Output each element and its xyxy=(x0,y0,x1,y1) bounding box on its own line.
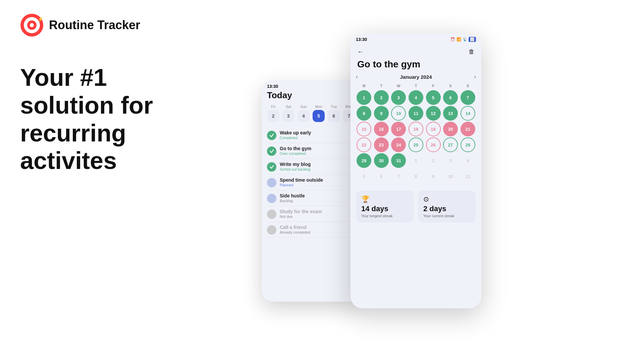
current-streak-card: ⊙ 2 days Your current streak xyxy=(418,190,476,223)
app-name: Routine Tracker xyxy=(49,18,140,32)
back-button[interactable]: ← xyxy=(357,48,364,56)
calendar-day[interactable]: 28 xyxy=(461,137,475,152)
calendar-day[interactable]: 31 xyxy=(391,153,406,168)
calendar-day[interactable]: 9 xyxy=(374,106,389,121)
task-info: Spend time outside Planned xyxy=(280,177,355,187)
day-label: Sat xyxy=(286,105,291,109)
delete-button[interactable]: 🗑 xyxy=(469,48,475,55)
calendar-day[interactable]: 24 xyxy=(391,137,406,152)
calendar-day[interactable]: 21 xyxy=(461,122,475,136)
day-item[interactable]: Tue 6 xyxy=(328,105,340,122)
day-item[interactable]: Sun 4 xyxy=(297,105,310,122)
calendar-day[interactable]: 4 xyxy=(409,90,423,105)
calendar-day: 9 xyxy=(426,169,441,184)
calendar-header: ‹ January 2024 › xyxy=(356,74,476,80)
calendar-day[interactable]: 27 xyxy=(443,137,458,152)
current-streak-label: Your current streak xyxy=(423,214,471,218)
calendar-day[interactable]: 3 xyxy=(391,90,406,105)
calendar-dow-header: S xyxy=(460,82,476,89)
task-name: Write my blog xyxy=(280,162,355,167)
next-month-button[interactable]: › xyxy=(474,74,476,80)
day-item[interactable]: Sat 3 xyxy=(282,105,294,122)
phone1-content: Today Fri 2 Sat 3 Sun 4 Mon 5 Tue 6 Wed … xyxy=(262,90,361,243)
battery-icon: ⬜ xyxy=(469,37,476,42)
phone1-time: 13:30 xyxy=(267,84,278,89)
calendar-day[interactable]: 19 xyxy=(426,122,441,136)
calendar-day[interactable]: 7 xyxy=(461,90,475,105)
phone2-calendar: 13:30 ⏰ 📶 📡 ⬜ ← 🗑 Go to the gym ‹ Januar… xyxy=(351,34,481,308)
calendar-day[interactable]: 2 xyxy=(374,90,389,105)
calendar-day[interactable]: 17 xyxy=(391,122,406,136)
calendar-day: 4 xyxy=(461,153,475,168)
task-item[interactable]: Write my blog Sorted out backlog xyxy=(267,159,355,175)
task-info: Go to the gym Over completed xyxy=(280,146,355,156)
svg-text:⚡: ⚡ xyxy=(38,16,44,22)
task-status: Not due xyxy=(280,215,355,219)
calendar-day: 11 xyxy=(461,169,475,184)
calendar-day[interactable]: 22 xyxy=(357,137,371,152)
calendar-day[interactable]: 11 xyxy=(409,106,423,121)
calendar-dow-header: F xyxy=(425,82,441,89)
calendar-day[interactable]: 29 xyxy=(357,153,371,168)
day-label: Sun xyxy=(300,105,307,109)
task-info: Call a friend Already completed xyxy=(280,225,355,234)
calendar-day: 1 xyxy=(409,153,423,168)
day-number: 3 xyxy=(282,110,294,122)
phone1-today: 13:30 ⏰ Today Fri 2 Sat 3 Sun 4 Mon 5 Tu… xyxy=(262,80,361,302)
calendar-day[interactable]: 13 xyxy=(443,106,458,121)
calendar-day[interactable]: 15 xyxy=(357,122,371,136)
task-item[interactable]: Side hustle Backlog xyxy=(267,190,355,206)
calendar-dow-header: W xyxy=(390,82,407,89)
day-number: 6 xyxy=(328,110,340,122)
calendar-grid: MTWTFSS123456789101112131415161718192021… xyxy=(356,82,476,184)
calendar-day[interactable]: 10 xyxy=(391,106,406,121)
task-name: Wake up early xyxy=(280,130,355,135)
calendar-day[interactable]: 8 xyxy=(357,106,371,121)
svg-point-3 xyxy=(30,23,34,27)
task-item[interactable]: Wake up early Completed xyxy=(267,127,355,143)
task-status: Completed xyxy=(280,136,355,140)
calendar-section: ‹ January 2024 › MTWTFSS1234567891011121… xyxy=(351,74,481,184)
task-item[interactable]: Go to the gym Over completed xyxy=(267,143,355,159)
calendar-day[interactable]: 23 xyxy=(374,137,389,152)
calendar-dow-header: S xyxy=(442,82,459,89)
task-item[interactable]: Study for the exam Not due xyxy=(267,206,355,222)
longest-streak-card: 🏆 14 days Your longest streak xyxy=(356,190,414,223)
day-label: Mon xyxy=(315,105,322,109)
calendar-dow-header: T xyxy=(373,82,390,89)
calendar-day[interactable]: 12 xyxy=(426,106,441,121)
left-section: ⚡ Routine Tracker Your #1 solution for r… xyxy=(0,0,255,362)
task-status: Sorted out backlog xyxy=(280,167,355,171)
phone1-status-bar: 13:30 ⏰ xyxy=(262,80,361,90)
calendar-day[interactable]: 18 xyxy=(409,122,423,136)
calendar-day[interactable]: 25 xyxy=(409,137,423,152)
task-checkbox xyxy=(267,162,276,172)
task-checkbox xyxy=(267,209,276,219)
day-scroller[interactable]: Fri 2 Sat 3 Sun 4 Mon 5 Tue 6 Wed 7 xyxy=(267,105,355,122)
calendar-day[interactable]: 6 xyxy=(443,90,458,105)
current-streak-days: 2 days xyxy=(423,204,471,213)
day-item[interactable]: Mon 5 xyxy=(313,105,325,122)
task-status: Already completed xyxy=(280,230,355,234)
day-number: 5 xyxy=(313,110,325,122)
task-info: Side hustle Backlog xyxy=(280,193,355,203)
prev-month-button[interactable]: ‹ xyxy=(356,74,358,80)
calendar-day: 6 xyxy=(374,169,389,184)
task-item[interactable]: Spend time outside Planned xyxy=(267,175,355,190)
task-checkbox xyxy=(267,146,276,156)
calendar-day[interactable]: 5 xyxy=(426,90,441,105)
calendar-day[interactable]: 20 xyxy=(443,122,458,136)
day-item[interactable]: Fri 2 xyxy=(267,105,279,122)
day-number: 4 xyxy=(298,110,310,122)
task-info: Write my blog Sorted out backlog xyxy=(280,162,355,171)
task-item[interactable]: Call a friend Already completed xyxy=(267,222,355,238)
task-name: Side hustle xyxy=(280,193,355,198)
calendar-day[interactable]: 16 xyxy=(374,122,389,136)
calendar-day: 10 xyxy=(443,169,458,184)
day-label: Fri xyxy=(271,105,275,109)
trophy-icon: 🏆 xyxy=(361,195,409,203)
calendar-day[interactable]: 26 xyxy=(426,137,441,152)
calendar-day[interactable]: 14 xyxy=(461,106,475,121)
calendar-day[interactable]: 30 xyxy=(374,153,389,168)
calendar-day[interactable]: 1 xyxy=(357,90,371,105)
